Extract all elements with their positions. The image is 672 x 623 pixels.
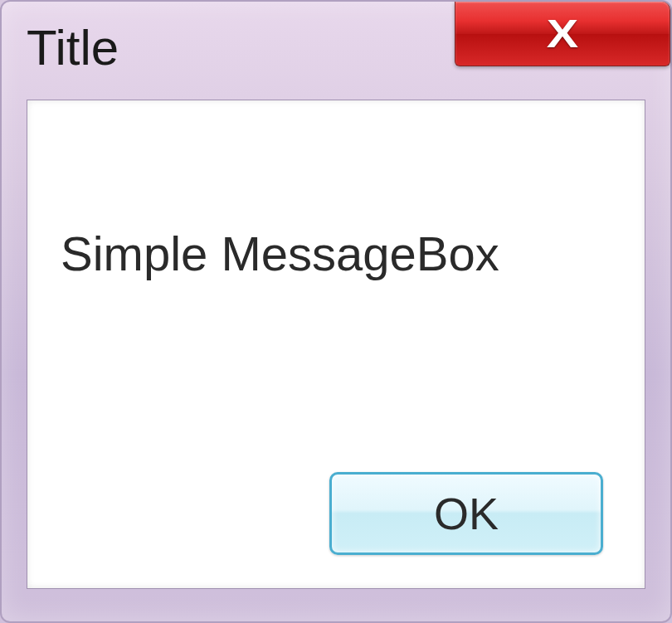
close-icon: X <box>547 11 578 56</box>
button-row: OK <box>27 455 645 588</box>
title-bar: Title X <box>2 2 670 93</box>
window-title: Title <box>27 19 119 76</box>
messagebox-window: Title X Simple MessageBox OK <box>0 0 672 623</box>
message-body: Simple MessageBox <box>27 100 645 455</box>
message-text: Simple MessageBox <box>61 226 499 281</box>
content-area: Simple MessageBox OK <box>27 100 645 589</box>
ok-button[interactable]: OK <box>329 472 603 555</box>
close-button[interactable]: X <box>455 2 670 66</box>
